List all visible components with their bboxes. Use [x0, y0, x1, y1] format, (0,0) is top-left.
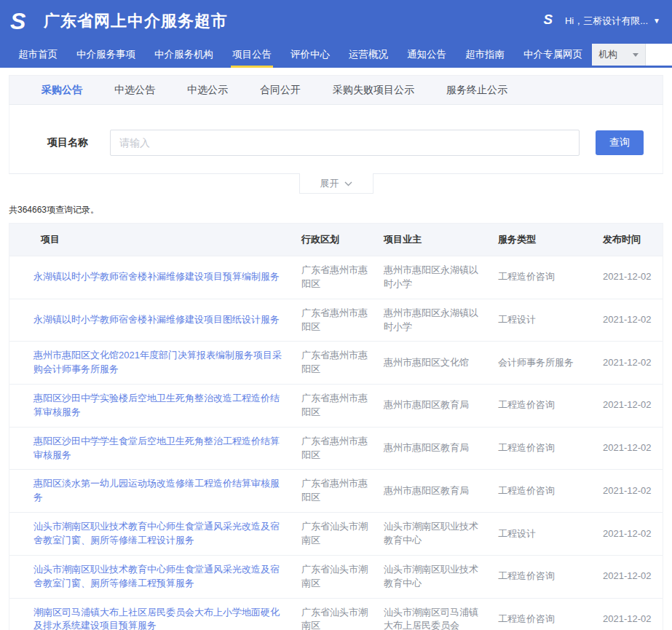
- publish-date-cell: 2021-12-02: [596, 385, 663, 428]
- table-row: 永湖镇以时小学教师宿舍楼补漏维修建设项目预算编制服务 广东省惠州市惠阳区 惠州市…: [9, 256, 663, 299]
- nav-item[interactable]: 运营概况: [339, 42, 398, 68]
- query-button[interactable]: 查询: [596, 130, 644, 155]
- publish-date-cell: 2021-12-02: [596, 427, 663, 470]
- results-table-body: 永湖镇以时小学教师宿舍楼补漏维修建设项目预算编制服务 广东省惠州市惠阳区 惠州市…: [9, 256, 663, 630]
- caret-down-icon: ▼: [653, 17, 660, 25]
- region-cell: 广东省惠州市惠阳区: [294, 256, 376, 299]
- svg-text:S: S: [543, 12, 553, 27]
- site-title: 广东省网上中介服务超市: [44, 10, 228, 32]
- nav-item[interactable]: 超市首页: [9, 42, 67, 68]
- chevron-down-icon: [344, 178, 352, 189]
- region-cell: 广东省惠州市惠阳区: [294, 470, 376, 513]
- column-header: 行政区划: [294, 224, 376, 256]
- table-row: 惠阳区淡水第一幼儿园运动场改造修缮工程造价结算审核服务 广东省惠州市惠阳区 惠州…: [9, 470, 663, 513]
- service-type-cell: 会计师事务所服务: [491, 342, 596, 385]
- user-menu[interactable]: S Hi，三桥设计有限... ▼: [542, 12, 660, 29]
- publish-date-cell: 2021-12-02: [596, 256, 663, 299]
- table-row: 惠州市惠阳区文化馆2021年度部门决算报表编制服务项目采购会计师事务所服务 广东…: [9, 342, 663, 385]
- region-cell: 广东省惠州市惠阳区: [294, 427, 376, 470]
- table-row: 惠阳区沙田中学实验楼后空地卫生死角整治改造工程造价结算审核服务 广东省惠州市惠阳…: [9, 385, 663, 428]
- service-type-cell: 工程造价咨询: [491, 256, 596, 299]
- region-cell: 广东省惠州市惠阳区: [294, 299, 376, 342]
- announcement-tab[interactable]: 中选公示: [171, 84, 244, 97]
- owner-cell: 汕头市潮南区司马浦镇大布上居民委员会: [376, 598, 491, 630]
- table-row: 惠阳区沙田中学学生食堂后空地卫生死角整治工程造价结算审核服务 广东省惠州市惠阳区…: [9, 427, 663, 470]
- publish-date-cell: 2021-12-02: [596, 555, 663, 598]
- main-content: 采购公告中选公告中选公示合同公开采购失败项目公示服务终止公示 项目名称 查询 展…: [9, 75, 663, 630]
- column-header: 发布时间: [596, 224, 663, 256]
- service-type-cell: 工程造价咨询: [491, 555, 596, 598]
- table-row: 汕头市潮南区职业技术教育中心师生食堂通风采光改造及宿舍教室门窗、厕所等修缮工程设…: [9, 513, 663, 556]
- owner-cell: 惠州市惠阳区教育局: [376, 470, 491, 513]
- owner-cell: 惠州市惠阳区文化馆: [376, 342, 491, 385]
- announcement-tab[interactable]: 采购公告: [25, 84, 98, 97]
- column-header: 项目业主: [376, 224, 491, 256]
- expand-button[interactable]: 展开: [299, 173, 373, 194]
- publish-date-cell: 2021-12-02: [596, 513, 663, 556]
- service-type-cell: 工程造价咨询: [491, 598, 596, 630]
- site-header: S 广东省网上中介服务超市 S Hi，三桥设计有限... ▼ 超市首页中介服务事…: [0, 0, 672, 68]
- nav-item[interactable]: 项目公告: [223, 42, 281, 68]
- project-link[interactable]: 惠阳区沙田中学学生食堂后空地卫生死角整治工程造价结算审核服务: [33, 436, 280, 460]
- owner-cell: 汕头市潮南区职业技术教育中心: [376, 513, 491, 556]
- region-cell: 广东省汕头市潮南区: [294, 555, 376, 598]
- owner-cell: 惠州市惠阳区教育局: [376, 385, 491, 428]
- expand-label: 展开: [320, 177, 339, 190]
- announcement-tabs: 采购公告中选公告中选公示合同公开采购失败项目公示服务终止公示: [9, 75, 663, 105]
- service-type-cell: 工程设计: [491, 513, 596, 556]
- table-row: 永湖镇以时小学教师宿舍楼补漏维修建设项目图纸设计服务 广东省惠州市惠阳区 惠州市…: [9, 299, 663, 342]
- column-header: 项目: [9, 224, 294, 256]
- project-link[interactable]: 永湖镇以时小学教师宿舍楼补漏维修建设项目预算编制服务: [33, 271, 280, 282]
- announcement-tab[interactable]: 中选公告: [98, 84, 171, 97]
- nav-item[interactable]: 中介专属网页: [514, 42, 592, 68]
- publish-date-cell: 2021-12-02: [596, 342, 663, 385]
- user-logo-icon: S: [542, 12, 560, 29]
- announcement-tab[interactable]: 采购失败项目公示: [317, 84, 430, 97]
- project-name-input[interactable]: [110, 130, 580, 156]
- project-link[interactable]: 惠阳区沙田中学实验楼后空地卫生死角整治改造工程造价结算审核服务: [33, 393, 280, 417]
- nav-item[interactable]: 中介服务机构: [145, 42, 223, 68]
- project-link[interactable]: 惠阳区淡水第一幼儿园运动场改造修缮工程造价结算审核服务: [33, 478, 280, 503]
- project-link[interactable]: 潮南区司马浦镇大布上社区居民委员会大布上小学地面硬化及排水系统建设项目预算服务: [33, 607, 280, 630]
- search-category-value: 机构: [598, 48, 617, 61]
- project-link[interactable]: 惠州市惠阳区文化馆2021年度部门决算报表编制服务项目采购会计师事务所服务: [33, 350, 282, 374]
- results-table: 项目行政区划项目业主服务类型发布时间 永湖镇以时小学教师宿舍楼补漏维修建设项目预…: [9, 224, 663, 630]
- region-cell: 广东省惠州市惠阳区: [294, 385, 376, 428]
- results-table-wrap: 项目行政区划项目业主服务类型发布时间 永湖镇以时小学教师宿舍楼补漏维修建设项目预…: [9, 223, 663, 630]
- service-type-cell: 工程设计: [491, 299, 596, 342]
- nav-item[interactable]: 中介服务事项: [67, 42, 145, 68]
- nav-item[interactable]: 超市指南: [456, 42, 514, 68]
- project-link[interactable]: 汕头市潮南区职业技术教育中心师生食堂通风采光改造及宿舍教室门窗、厕所等修缮工程预…: [33, 564, 280, 588]
- region-cell: 广东省汕头市潮南区: [294, 513, 376, 556]
- publish-date-cell: 2021-12-02: [596, 299, 663, 342]
- header-top-bar: S 广东省网上中介服务超市 S Hi，三桥设计有限... ▼: [0, 0, 672, 42]
- project-link[interactable]: 永湖镇以时小学教师宿舍楼补漏维修建设项目图纸设计服务: [33, 314, 280, 325]
- search-filter-panel: 项目名称 查询: [9, 105, 663, 174]
- site-logo-icon: S: [9, 9, 38, 34]
- owner-cell: 惠州市惠阳区永湖镇以时小学: [376, 256, 491, 299]
- nav-item[interactable]: 通知公告: [398, 42, 456, 68]
- announcement-tab[interactable]: 服务终止公示: [430, 84, 523, 97]
- owner-cell: 惠州市惠阳区教育局: [376, 427, 491, 470]
- nav-items: 超市首页中介服务事项中介服务机构项目公告评价中心运营概况通知公告超市指南中介专属…: [9, 42, 592, 68]
- user-greeting: Hi，三桥设计有限...: [565, 15, 648, 28]
- service-type-cell: 工程造价咨询: [491, 385, 596, 428]
- header-search-bar: 机构: [592, 44, 672, 66]
- svg-text:S: S: [10, 9, 26, 34]
- header-search-input[interactable]: [646, 44, 672, 65]
- table-row: 潮南区司马浦镇大布上社区居民委员会大布上小学地面硬化及排水系统建设项目预算服务 …: [9, 598, 663, 630]
- owner-cell: 汕头市潮南区职业技术教育中心: [376, 555, 491, 598]
- expand-row: 展开: [9, 174, 663, 194]
- table-row: 汕头市潮南区职业技术教育中心师生食堂通风采光改造及宿舍教室门窗、厕所等修缮工程预…: [9, 555, 663, 598]
- region-cell: 广东省惠州市惠阳区: [294, 342, 376, 385]
- caret-down-icon: [633, 53, 639, 57]
- service-type-cell: 工程造价咨询: [491, 470, 596, 513]
- main-nav: 超市首页中介服务事项中介服务机构项目公告评价中心运营概况通知公告超市指南中介专属…: [0, 42, 672, 68]
- service-type-cell: 工程造价咨询: [491, 427, 596, 470]
- nav-item[interactable]: 评价中心: [281, 42, 339, 68]
- announcement-tab[interactable]: 合同公开: [244, 84, 317, 97]
- table-header-row: 项目行政区划项目业主服务类型发布时间: [9, 224, 663, 256]
- project-link[interactable]: 汕头市潮南区职业技术教育中心师生食堂通风采光改造及宿舍教室门窗、厕所等修缮工程设…: [33, 521, 280, 546]
- publish-date-cell: 2021-12-02: [596, 470, 663, 513]
- search-category-select[interactable]: 机构: [592, 44, 646, 66]
